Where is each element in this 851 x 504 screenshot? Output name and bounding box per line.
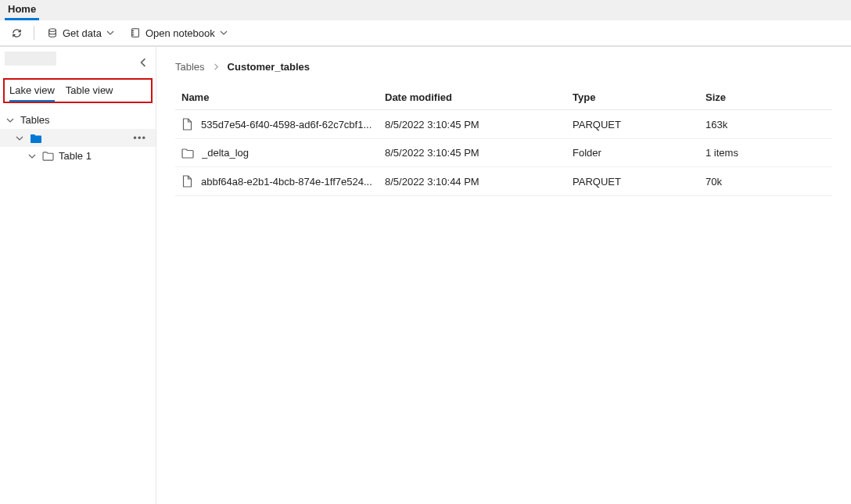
tree-root-tables[interactable]: Tables xyxy=(0,111,156,129)
col-header-date[interactable]: Date modified xyxy=(385,91,573,103)
file-type: Folder xyxy=(573,147,706,159)
col-header-size[interactable]: Size xyxy=(706,91,826,103)
svg-point-0 xyxy=(49,29,56,32)
breadcrumb-current: Customer_tables xyxy=(228,61,310,73)
file-name: 535d7e54-6f40-4598-ad6f-62c7cbf1... xyxy=(201,119,372,130)
content: Lake view Table view Tables ••• xyxy=(0,47,851,504)
file-type: PARQUET xyxy=(573,176,706,188)
breadcrumb-root[interactable]: Tables xyxy=(175,61,205,73)
top-tab-bar: Home xyxy=(0,0,851,20)
sidebar-title-placeholder xyxy=(5,52,56,66)
chevron-down-icon xyxy=(6,116,16,124)
file-icon xyxy=(181,175,193,188)
tree-root-label: Tables xyxy=(20,114,50,126)
tree: Tables ••• Table 1 xyxy=(0,106,156,170)
chevron-right-icon xyxy=(213,63,220,70)
toolbar: Get data Open notebook xyxy=(0,20,851,47)
folder-icon xyxy=(181,148,194,159)
file-date: 8/5/2022 3:10:44 PM xyxy=(385,176,573,188)
table-row[interactable]: _delta_log8/5/2022 3:10:45 PMFolder1 ite… xyxy=(175,139,832,167)
file-size: 163k xyxy=(706,119,826,130)
file-type: PARQUET xyxy=(573,119,706,130)
tree-leaf-label: Table 1 xyxy=(59,150,92,162)
tree-leaf-table1[interactable]: Table 1 xyxy=(0,147,156,165)
chevron-down-icon xyxy=(220,29,228,37)
file-name: _delta_log xyxy=(202,147,249,159)
sidebar-header xyxy=(0,52,156,75)
view-tabs-highlight: Lake view Table view xyxy=(3,78,153,103)
file-icon xyxy=(181,118,193,130)
get-data-label: Get data xyxy=(63,27,102,39)
tab-lake-view[interactable]: Lake view xyxy=(5,80,61,102)
file-name: abbf64a8-e2b1-4bcb-874e-1ff7e524... xyxy=(201,176,372,188)
get-data-button[interactable]: Get data xyxy=(42,24,119,42)
open-notebook-label: Open notebook xyxy=(145,27,215,39)
col-header-name[interactable]: Name xyxy=(181,91,385,103)
chevron-down-icon xyxy=(106,29,114,37)
refresh-icon[interactable] xyxy=(8,24,26,42)
table-row[interactable]: 535d7e54-6f40-4598-ad6f-62c7cbf1...8/5/2… xyxy=(175,110,832,139)
sidebar: Lake view Table view Tables ••• xyxy=(0,47,156,504)
table-row[interactable]: abbf64a8-e2b1-4bcb-874e-1ff7e524...8/5/2… xyxy=(175,167,832,196)
chevron-down-icon xyxy=(16,134,25,142)
more-icon[interactable]: ••• xyxy=(133,132,149,144)
file-table-header: Name Date modified Type Size xyxy=(175,85,832,110)
breadcrumb: Tables Customer_tables xyxy=(175,61,832,73)
tab-table-view[interactable]: Table view xyxy=(61,80,120,102)
notebook-icon xyxy=(130,27,141,38)
file-size: 1 items xyxy=(706,147,826,159)
file-date: 8/5/2022 3:10:45 PM xyxy=(385,119,573,130)
folder-filled-icon xyxy=(30,133,42,144)
toolbar-divider xyxy=(34,26,34,40)
tab-home[interactable]: Home xyxy=(5,0,39,20)
open-notebook-button[interactable]: Open notebook xyxy=(125,24,232,42)
chevron-down-icon xyxy=(28,152,38,160)
database-icon xyxy=(47,27,58,38)
folder-outline-icon xyxy=(42,151,54,161)
tree-folder-selected[interactable]: ••• xyxy=(0,129,156,147)
main-area: Tables Customer_tables Name Date modifie… xyxy=(156,47,851,504)
collapse-sidebar-icon[interactable] xyxy=(138,58,148,67)
file-size: 70k xyxy=(706,176,826,188)
col-header-type[interactable]: Type xyxy=(573,91,706,103)
file-table: Name Date modified Type Size 535d7e54-6f… xyxy=(175,85,832,196)
file-date: 8/5/2022 3:10:45 PM xyxy=(385,147,573,159)
